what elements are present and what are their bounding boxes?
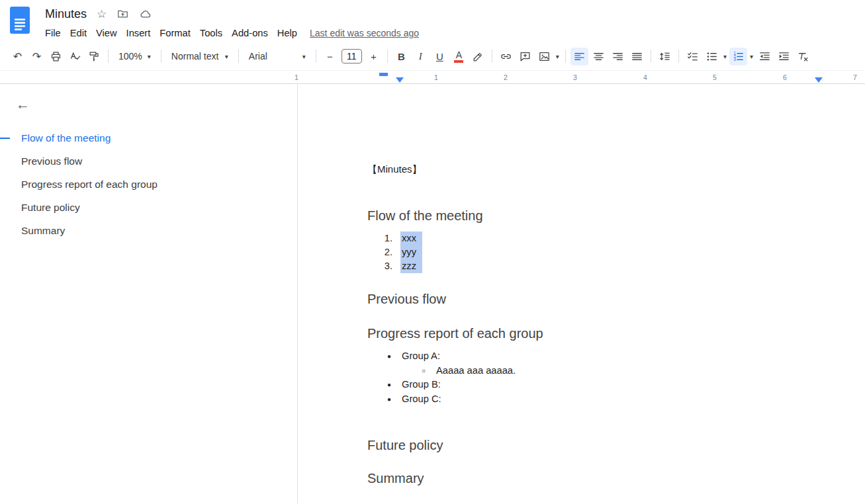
left-indent-marker[interactable] bbox=[396, 77, 404, 83]
outline-item-summary[interactable]: Summary bbox=[0, 219, 297, 242]
menu-file[interactable]: File bbox=[40, 26, 66, 40]
decrease-font-size-button[interactable]: − bbox=[321, 48, 339, 65]
list-item[interactable]: 3. zzz bbox=[367, 259, 865, 273]
move-folder-icon bbox=[116, 8, 129, 21]
move-button[interactable] bbox=[116, 8, 129, 21]
list-text[interactable]: Group A: bbox=[402, 349, 440, 364]
doc-heading-previous[interactable]: Previous flow bbox=[367, 290, 865, 308]
font-size-input[interactable]: 11 bbox=[341, 49, 362, 63]
docs-logo[interactable] bbox=[10, 7, 30, 36]
list-item[interactable]: 1. xxx bbox=[367, 231, 865, 245]
menu-insert[interactable]: Insert bbox=[122, 26, 156, 40]
document-status-button[interactable] bbox=[139, 8, 152, 21]
list-item[interactable]: ● Group C: bbox=[367, 392, 865, 407]
underline-button[interactable]: U bbox=[431, 48, 449, 65]
line-spacing-button[interactable] bbox=[656, 48, 674, 65]
undo-button[interactable]: ↶ bbox=[9, 48, 26, 65]
menu-help[interactable]: Help bbox=[273, 26, 302, 40]
checklist-button[interactable] bbox=[684, 48, 702, 65]
doc-paragraph-title[interactable]: 【Minutes】 bbox=[367, 163, 865, 175]
spellcheck-button[interactable] bbox=[66, 48, 84, 65]
bulleted-list-caret[interactable]: ▾ bbox=[721, 53, 729, 60]
insert-image-button[interactable] bbox=[535, 48, 553, 65]
document-title[interactable]: Minutes bbox=[45, 7, 87, 21]
outline-item-flow-of-the-meeting[interactable]: Flow of the meeting bbox=[0, 126, 297, 149]
list-item[interactable]: ○ Aaaaa aaa aaaaa. bbox=[367, 364, 865, 378]
doc-heading-future[interactable]: Future policy bbox=[367, 437, 865, 454]
increase-indent-button[interactable] bbox=[775, 48, 793, 65]
outline-item-progress-report[interactable]: Progress report of each group bbox=[0, 173, 297, 196]
zoom-select[interactable]: 100% ▾ bbox=[113, 48, 157, 65]
list-item[interactable]: ● Group A: bbox=[367, 349, 865, 364]
bold-button[interactable]: B bbox=[392, 48, 410, 65]
paragraph-style-select[interactable]: Normal text ▾ bbox=[165, 48, 234, 65]
italic-button[interactable]: I bbox=[412, 48, 430, 65]
selected-text[interactable]: yyy bbox=[400, 245, 422, 259]
increase-font-size-button[interactable]: + bbox=[365, 48, 383, 65]
toolbar-separator bbox=[108, 50, 109, 63]
list-item[interactable]: 2. yyy bbox=[367, 245, 865, 259]
document-page[interactable]: 【Minutes】 Flow of the meeting 1. xxx 2. … bbox=[298, 84, 865, 503]
right-indent-marker[interactable] bbox=[815, 77, 823, 83]
insert-link-button[interactable] bbox=[497, 48, 515, 65]
menu-view[interactable]: View bbox=[91, 26, 122, 40]
print-button[interactable] bbox=[47, 48, 65, 65]
menu-addons[interactable]: Add-ons bbox=[227, 26, 273, 40]
plus-icon: + bbox=[371, 51, 377, 62]
text-color-icon: A bbox=[454, 50, 463, 63]
outline-item-future-policy[interactable]: Future policy bbox=[0, 196, 297, 219]
ruler[interactable]: 1 1 2 3 4 5 6 7 bbox=[0, 70, 865, 84]
list-text[interactable]: Group C: bbox=[402, 392, 441, 407]
doc-heading-flow[interactable]: Flow of the meeting bbox=[367, 207, 865, 224]
numbered-list-caret[interactable]: ▾ bbox=[748, 53, 755, 60]
menu-format[interactable]: Format bbox=[155, 26, 195, 40]
ruler-mark: 2 bbox=[504, 73, 508, 81]
selected-text[interactable]: xxx bbox=[400, 231, 422, 245]
image-dropdown-caret[interactable]: ▾ bbox=[554, 53, 561, 60]
line-spacing-icon bbox=[659, 50, 671, 63]
align-center-button[interactable] bbox=[590, 48, 608, 65]
paint-format-button[interactable] bbox=[85, 48, 103, 65]
first-line-indent-marker[interactable] bbox=[379, 73, 388, 76]
menu-tools[interactable]: Tools bbox=[195, 26, 227, 40]
insert-comment-button[interactable] bbox=[516, 48, 534, 65]
outline-item-previous-flow[interactable]: Previous flow bbox=[0, 149, 297, 173]
justify-button[interactable] bbox=[628, 48, 646, 65]
menu-edit[interactable]: Edit bbox=[66, 26, 91, 40]
align-right-icon bbox=[612, 50, 624, 63]
clear-formatting-button[interactable] bbox=[794, 48, 812, 65]
decrease-indent-button[interactable] bbox=[756, 48, 774, 65]
increase-indent-icon bbox=[778, 50, 790, 63]
chevron-down-icon: ▾ bbox=[148, 53, 151, 60]
last-edit-link[interactable]: Last edit was seconds ago bbox=[310, 28, 419, 38]
numbered-list: 1. xxx 2. yyy 3. zzz bbox=[367, 231, 865, 273]
list-item[interactable]: ● Group B: bbox=[367, 378, 865, 392]
header: Minutes ☆ File Edit View Insert Format T… bbox=[0, 0, 865, 42]
bullet-icon: ● bbox=[385, 392, 394, 407]
doc-heading-summary[interactable]: Summary bbox=[367, 470, 865, 487]
ruler-mark: 1 bbox=[434, 73, 438, 81]
text-color-button[interactable]: A bbox=[450, 48, 468, 65]
doc-heading-progress[interactable]: Progress report of each group bbox=[367, 325, 865, 342]
comment-add-icon bbox=[519, 50, 531, 63]
paragraph-style-value: Normal text bbox=[171, 51, 219, 62]
selected-text[interactable]: zzz bbox=[400, 259, 422, 273]
back-arrow-icon: ← bbox=[16, 97, 30, 112]
bulleted-list-button[interactable] bbox=[703, 48, 721, 65]
star-icon[interactable]: ☆ bbox=[97, 9, 107, 20]
bulleted-list-icon bbox=[706, 50, 718, 63]
highlight-color-button[interactable] bbox=[469, 48, 487, 65]
align-left-button[interactable] bbox=[570, 48, 588, 65]
list-number: 3. bbox=[367, 259, 392, 273]
numbered-list-button[interactable]: 123 bbox=[729, 48, 747, 65]
close-outline-button[interactable]: ← bbox=[16, 96, 36, 113]
align-right-button[interactable] bbox=[609, 48, 627, 65]
redo-button[interactable]: ↷ bbox=[28, 48, 46, 65]
numbered-list-icon: 123 bbox=[732, 50, 745, 63]
font-select[interactable]: Arial ▾ bbox=[243, 48, 312, 65]
toolbar-separator bbox=[492, 50, 492, 63]
minus-icon: − bbox=[327, 51, 333, 62]
clear-formatting-icon bbox=[797, 50, 809, 63]
list-text[interactable]: Group B: bbox=[402, 378, 441, 392]
list-text[interactable]: Aaaaa aaa aaaaa. bbox=[436, 364, 516, 378]
